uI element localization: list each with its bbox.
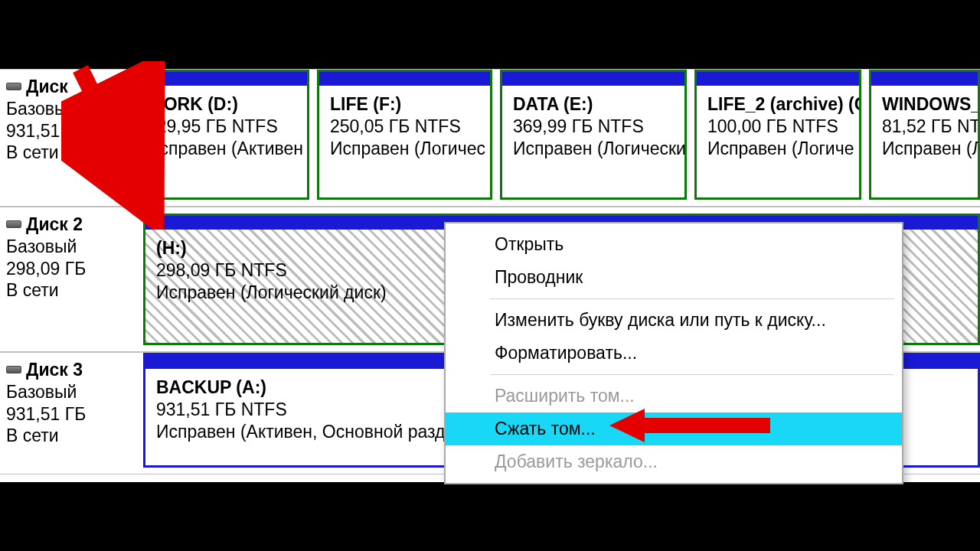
- disk-2-status: В сети: [6, 425, 137, 447]
- volume-name: LIFE_2 (archive) (G: [707, 93, 851, 116]
- menu-separator: [490, 298, 894, 299]
- context-menu: Открыть Проводник Изменить букву диска и…: [444, 222, 903, 484]
- volume-cap: [697, 72, 859, 86]
- disk-1-size: 298,09 ГБ: [6, 258, 137, 280]
- volume-name: LIFE (F:): [330, 93, 482, 116]
- volume-state: Исправен (Активен: [147, 138, 299, 160]
- volume-cap: [319, 72, 490, 86]
- disk-0-volumes: WORK (D:) 129,95 ГБ NTFS Исправен (Актив…: [134, 70, 980, 206]
- disk-2-type: Базовый: [6, 381, 137, 403]
- volume-life2-g[interactable]: LIFE_2 (archive) (G 100,00 ГБ NTFS Испра…: [694, 70, 861, 200]
- menu-explorer[interactable]: Проводник: [446, 261, 902, 294]
- volume-name: WINDOWS_: [882, 93, 970, 116]
- disk-0-title: Диск: [26, 76, 68, 98]
- menu-add-mirror: Добавить зеркало...: [446, 445, 902, 478]
- volume-size: 369,99 ГБ NTFS: [513, 116, 677, 138]
- disk-0-label[interactable]: Диск Базовый 931,51 ГБ В сети: [0, 70, 134, 206]
- disk-icon: [6, 220, 21, 228]
- disk-row-0: Диск Базовый 931,51 ГБ В сети WORK (D:) …: [0, 69, 980, 207]
- volume-size: 100,00 ГБ NTFS: [707, 116, 851, 138]
- volume-cap: [871, 72, 978, 86]
- menu-shrink-volume[interactable]: Сжать том...: [446, 412, 902, 445]
- volume-life-f[interactable]: LIFE (F:) 250,05 ГБ NTFS Исправен (Логич…: [317, 70, 492, 200]
- menu-separator: [490, 374, 894, 375]
- disk-1-label[interactable]: Диск 2 Базовый 298,09 ГБ В сети: [0, 207, 143, 351]
- menu-open[interactable]: Открыть: [446, 228, 902, 261]
- volume-state: Исправен (Л: [882, 138, 970, 160]
- disk-icon: [6, 83, 21, 90]
- disk-0-type: Базовый: [6, 98, 128, 120]
- volume-size: 81,52 ГБ NTF: [882, 116, 970, 138]
- disk-0-size: 931,51 ГБ: [6, 120, 128, 142]
- volume-state: Исправен (Логически: [513, 138, 677, 160]
- menu-change-letter[interactable]: Изменить букву диска или путь к диску...: [446, 304, 902, 337]
- volume-name: DATA (E:): [513, 93, 677, 116]
- disk-1-type: Базовый: [6, 236, 137, 258]
- disk-1-status: В сети: [6, 279, 137, 302]
- disk-0-status: В сети: [6, 142, 128, 164]
- volume-size: 129,95 ГБ NTFS: [147, 116, 299, 138]
- disk-2-size: 931,51 ГБ: [6, 403, 137, 425]
- disk-1-title: Диск 2: [26, 214, 83, 236]
- volume-state: Исправен (Логичес: [330, 138, 482, 160]
- disk-icon: [6, 366, 21, 373]
- disk-2-title: Диск 3: [26, 359, 83, 381]
- volume-name: WORK (D:): [147, 93, 299, 116]
- volume-state: Исправен (Логиче: [707, 138, 851, 160]
- volume-cap: [136, 72, 307, 86]
- menu-format[interactable]: Форматировать...: [446, 337, 902, 370]
- volume-work-d[interactable]: WORK (D:) 129,95 ГБ NTFS Исправен (Актив…: [134, 70, 309, 200]
- volume-windows[interactable]: WINDOWS_ 81,52 ГБ NTF Исправен (Л: [869, 70, 980, 200]
- menu-extend-volume: Расширить том...: [446, 380, 902, 412]
- disk-2-label[interactable]: Диск 3 Базовый 931,51 ГБ В сети: [0, 353, 143, 474]
- volume-cap: [502, 72, 684, 86]
- disk-management-view: Диск Базовый 931,51 ГБ В сети WORK (D:) …: [0, 69, 980, 482]
- volume-data-e[interactable]: DATA (E:) 369,99 ГБ NTFS Исправен (Логич…: [500, 70, 687, 200]
- volume-size: 250,05 ГБ NTFS: [330, 116, 482, 138]
